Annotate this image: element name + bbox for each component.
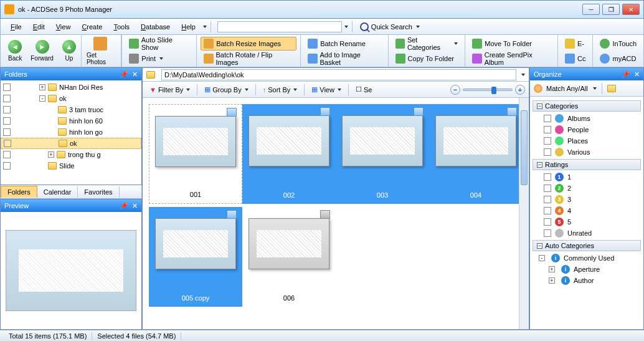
auto-category-row[interactable]: +iAperture (533, 264, 641, 275)
pin-icon[interactable]: 📌 (622, 70, 630, 79)
thumbnail[interactable]: 001 (149, 104, 242, 204)
quick-search-dropdown[interactable] (416, 26, 420, 28)
checkbox[interactable] (3, 151, 11, 158)
match-dropdown[interactable] (593, 87, 597, 90)
zoom-out-button[interactable]: − (450, 85, 460, 95)
rating-row[interactable]: 11 (533, 171, 641, 183)
intouch-button[interactable]: InTouch (597, 37, 640, 50)
checkbox[interactable] (3, 162, 11, 170)
myacd-button[interactable]: myACD (597, 52, 640, 65)
copy-to-folder-button[interactable]: Copy To Folder (392, 52, 462, 65)
checkbox[interactable] (3, 117, 11, 125)
forward-button[interactable]: ►Forward (27, 39, 57, 63)
checkbox[interactable] (3, 128, 11, 136)
checkbox[interactable] (544, 196, 551, 203)
checkbox[interactable] (544, 173, 551, 181)
get-photos-button[interactable]: Get Photos (81, 36, 117, 67)
path-input[interactable] (161, 69, 516, 80)
auto-category-row[interactable]: +iAuthor (533, 275, 641, 286)
menu-edit[interactable]: Edit (28, 21, 50, 32)
tab-folders[interactable]: Folders (1, 186, 37, 198)
pin-icon[interactable]: 📌 (120, 202, 128, 210)
checkbox[interactable] (3, 84, 11, 91)
checkbox[interactable] (4, 140, 11, 147)
expand-icon[interactable]: + (549, 266, 555, 272)
thumbnail[interactable]: 005 copy (149, 207, 242, 307)
thumbnail[interactable]: 006 (242, 207, 336, 307)
tab-calendar[interactable]: Calendar (37, 186, 78, 198)
batch-resize-button[interactable]: Batch Resize Images (201, 37, 296, 50)
email-button[interactable]: E- (562, 37, 589, 50)
search-history-dropdown[interactable] (344, 26, 348, 28)
thumbnail[interactable]: 004 (429, 104, 523, 204)
tree-row[interactable]: ok (1, 138, 141, 149)
tree-row[interactable]: hinh lon go (1, 127, 141, 138)
checkbox[interactable] (544, 126, 551, 133)
panel-close-icon[interactable]: ✕ (634, 70, 640, 79)
tree-row[interactable]: - ok (1, 93, 141, 104)
section-header[interactable]: −Ratings (533, 159, 641, 170)
checkbox[interactable] (544, 185, 551, 192)
scrollbar-vertical[interactable] (519, 98, 529, 329)
section-header[interactable]: −Auto Categories (533, 240, 641, 251)
set-categories-button[interactable]: Set Categories (392, 37, 462, 50)
rating-row[interactable]: 44 (533, 205, 641, 216)
category-row[interactable]: Albums (533, 113, 641, 124)
auto-category-row[interactable]: -iCommonly Used (533, 252, 641, 264)
panel-close-icon[interactable]: ✕ (132, 202, 138, 210)
organize-body[interactable]: −CategoriesAlbumsPeoplePlacesVarious−Rat… (530, 97, 643, 329)
category-row[interactable]: People (533, 124, 641, 135)
tree-row[interactable]: Slide (1, 160, 141, 171)
tree-row[interactable]: + trong thu g (1, 149, 141, 160)
view-button[interactable]: ▦View (308, 84, 344, 95)
path-dropdown[interactable] (521, 74, 525, 76)
batch-rename-button[interactable]: Batch Rename (305, 37, 384, 50)
search-box[interactable] (217, 21, 342, 32)
expand-icon[interactable]: + (549, 277, 555, 284)
checkbox[interactable] (544, 137, 551, 145)
folder-tree[interactable]: + NHan Doi Res - ok 3 tam truoc hinh lon… (1, 80, 141, 185)
match-label[interactable]: Match Any/All (546, 85, 588, 92)
tab-favorites[interactable]: Favorites (78, 186, 119, 198)
expand-icon[interactable]: - (39, 95, 45, 102)
category-row[interactable]: Places (533, 135, 641, 146)
section-header[interactable]: −Categories (533, 100, 641, 112)
select-button[interactable]: ☐Se (353, 84, 375, 95)
tree-row[interactable]: hinh lon 60 (1, 115, 141, 127)
checkbox[interactable] (544, 207, 551, 214)
collapse-icon[interactable]: − (537, 162, 542, 168)
batch-rotate-button[interactable]: Batch Rotate / Flip Images (201, 52, 296, 65)
checkbox[interactable] (544, 229, 551, 237)
back-button[interactable]: ◄Back (4, 39, 26, 63)
group-by-button[interactable]: ▦Group By (201, 84, 251, 95)
maximize-button[interactable]: ❐ (602, 4, 620, 15)
expand-icon[interactable]: - (539, 255, 545, 261)
folders-panel-header[interactable]: Folders 📌✕ (1, 68, 141, 80)
checkbox[interactable] (544, 115, 551, 122)
filter-by-button[interactable]: ▼Filter By (146, 84, 193, 95)
zoom-slider[interactable] (463, 89, 513, 91)
checkbox[interactable] (544, 218, 551, 226)
panel-close-icon[interactable]: ✕ (132, 70, 138, 79)
checkbox[interactable] (3, 106, 11, 113)
close-button[interactable]: ✕ (622, 4, 640, 15)
menu-overflow[interactable] (203, 26, 207, 28)
checkbox[interactable] (3, 95, 11, 102)
new-category-icon[interactable] (607, 85, 616, 92)
collapse-icon[interactable]: − (537, 243, 542, 249)
menu-file[interactable]: File (6, 21, 27, 32)
expand-icon[interactable]: + (48, 151, 54, 158)
cc-button[interactable]: Cc (562, 52, 589, 65)
preview-panel-header[interactable]: Preview 📌✕ (1, 199, 141, 212)
up-button[interactable]: ▲Up (59, 39, 80, 63)
category-row[interactable]: Various (533, 146, 641, 158)
thumbnails-grid[interactable]: 001 002 003 004 005 copy 006 (143, 98, 529, 329)
checkbox[interactable] (544, 148, 551, 156)
menu-help[interactable]: Help (176, 21, 201, 32)
menu-view[interactable]: View (51, 21, 76, 32)
rating-row[interactable]: 33 (533, 194, 641, 205)
thumbnail[interactable]: 002 (242, 104, 336, 204)
sort-by-button[interactable]: ↑Sort By (260, 84, 301, 95)
zoom-in-button[interactable]: + (515, 85, 525, 95)
quick-search-button[interactable]: Quick Search (360, 22, 420, 31)
